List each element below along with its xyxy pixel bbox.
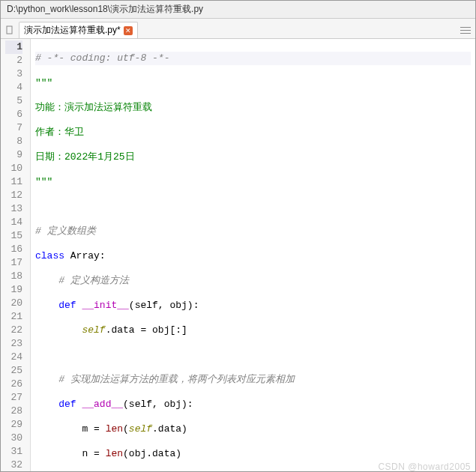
code-comment: # 定义数组类 [35,226,96,237]
code: (obj.data) [123,448,181,459]
menu-icon[interactable] [460,25,471,34]
file-tab[interactable]: 演示加法运算符重载.py* ✕ [19,22,138,38]
code-area[interactable]: # -*- coding: utf-8 -*- """ 功能：演示加法运算符重载… [31,39,475,472]
code: .data) [152,423,187,435]
code-blank [35,348,471,362]
code-blank [35,200,471,214]
code-docstring: 日期：2022年1月25日 [35,151,135,163]
code: n = [35,448,106,459]
close-icon[interactable]: ✕ [124,26,133,35]
self: self [129,423,152,435]
sig: (self, obj): [129,300,199,311]
kw-class: class [35,250,64,261]
kw-def: def [58,300,76,311]
code: m = [35,423,106,435]
code-docstring: 功能：演示加法运算符重载 [35,102,152,113]
kw-def: def [58,399,76,410]
code-docstring: 作者：华卫 [35,127,84,138]
code-docstring: """ [35,176,52,187]
class-name: Array: [64,250,106,261]
tab-bar: 演示加法运算符重载.py* ✕ [1,19,475,39]
code-comment: # 实现加法运算方法的重载，将两个列表对应元素相加 [35,374,295,385]
code: .data = obj[:] [106,324,187,336]
watermark: CSDN @howard2005 [378,462,471,472]
dunder-add: __add__ [82,399,123,410]
svg-rect-0 [7,26,12,34]
code-editor[interactable]: 1234567891011121314151617181920212223242… [1,39,475,472]
builtin-len: len [106,448,123,459]
sig: (self, obj): [123,399,193,410]
builtin-len: len [106,423,123,435]
code-docstring: """ [35,77,52,88]
new-file-icon[interactable] [5,25,14,34]
code-comment: # -*- coding: utf-8 -*- [35,52,169,64]
self: self [82,324,105,336]
tab-label: 演示加法运算符重载.py* [24,24,121,37]
dunder-init: __init__ [82,300,128,311]
code-comment: # 定义构造方法 [35,275,129,286]
line-gutter: 1234567891011121314151617181920212223242… [1,39,31,472]
file-path-bar: D:\python_work\lesson18\演示加法运算符重载.py [1,1,475,19]
